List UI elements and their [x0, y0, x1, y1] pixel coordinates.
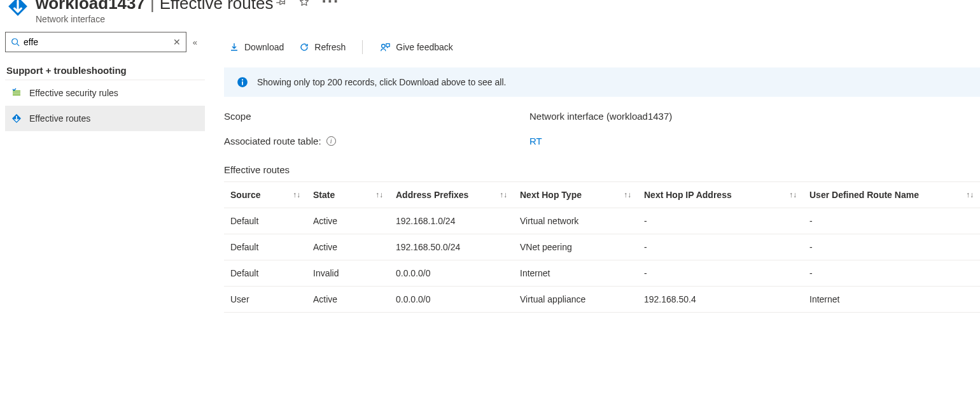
resource-type-icon [6, 0, 29, 18]
refresh-button[interactable]: Refresh [294, 39, 351, 55]
sidebar-item-label: Effective security rules [29, 88, 118, 98]
column-header[interactable]: User Defined Route Name↑↓ [803, 182, 980, 208]
cell-hop_type: VNet peering [514, 234, 638, 260]
route-table-link[interactable]: RT [529, 136, 542, 146]
svg-point-1 [12, 39, 18, 45]
scope-value: Network interface (workload1437) [529, 111, 672, 122]
column-header[interactable]: Address Prefixes↑↓ [389, 182, 514, 208]
sidebar-item-icon [11, 88, 22, 98]
cell-prefixes: 192.168.50.0/24 [389, 234, 514, 260]
info-icon [237, 76, 248, 88]
sidebar: ✕ « Support + troubleshooting Effective … [0, 27, 205, 313]
table-row[interactable]: UserActive0.0.0.0/0Virtual appliance192.… [224, 287, 980, 313]
column-label: Source [230, 190, 260, 200]
cell-prefixes: 192.168.1.0/24 [389, 208, 514, 234]
command-bar: Download Refresh [224, 33, 980, 61]
refresh-icon [299, 42, 309, 52]
column-label: User Defined Route Name [809, 190, 919, 200]
toolbar-separator [362, 40, 363, 54]
cell-state: Active [307, 287, 389, 313]
table-row[interactable]: DefaultInvalid0.0.0.0/0Internet-- [224, 260, 980, 287]
column-header[interactable]: Next Hop IP Address↑↓ [638, 182, 803, 208]
search-icon [11, 38, 20, 46]
column-header[interactable]: State↑↓ [307, 182, 389, 208]
route-table-label: Associated route table: [224, 136, 321, 146]
sort-icon[interactable]: ↑↓ [500, 190, 507, 199]
collapse-sidebar-icon[interactable]: « [190, 38, 200, 47]
sidebar-search-input[interactable] [24, 37, 169, 47]
cell-udr: Internet [803, 287, 980, 313]
sidebar-item-effective-routes[interactable]: Effective routes [5, 106, 205, 131]
scope-row: Scope Network interface (workload1437) [224, 111, 980, 122]
cell-hop_ip: - [638, 208, 803, 234]
download-icon [229, 42, 239, 52]
cell-state: Invalid [307, 260, 389, 287]
clear-search-icon[interactable]: ✕ [173, 37, 181, 47]
info-bar-text: Showing only top 200 records, click Down… [257, 77, 506, 87]
resource-type-label: Network interface [36, 14, 969, 24]
column-header[interactable]: Next Hop Type↑↓ [514, 182, 638, 208]
column-header[interactable]: Source↑↓ [224, 182, 307, 208]
cell-state: Active [307, 234, 389, 260]
column-label: State [313, 190, 335, 200]
routes-table: Source↑↓State↑↓Address Prefixes↑↓Next Ho… [224, 181, 980, 313]
sidebar-item-label: Effective routes [29, 113, 90, 124]
sort-icon[interactable]: ↑↓ [789, 190, 797, 199]
route-table-row: Associated route table: i RT [224, 136, 980, 146]
feedback-button[interactable]: Give feedback [374, 39, 458, 55]
cell-hop_ip: 192.168.50.4 [638, 287, 803, 313]
table-title: Effective routes [224, 146, 980, 181]
cell-hop_type: Virtual appliance [514, 287, 638, 313]
scope-label: Scope [224, 111, 529, 122]
svg-point-6 [242, 79, 243, 80]
column-label: Next Hop Type [520, 190, 582, 200]
info-tooltip-icon[interactable]: i [326, 136, 336, 146]
cell-hop_type: Internet [514, 260, 638, 287]
table-header-row: Source↑↓State↑↓Address Prefixes↑↓Next Ho… [224, 182, 980, 208]
download-label: Download [244, 42, 284, 52]
favorite-icon[interactable] [298, 0, 310, 8]
sort-icon[interactable]: ↑↓ [293, 190, 300, 199]
table-body: DefaultActive192.168.1.0/24Virtual netwo… [224, 208, 980, 313]
blade-name: Effective routes [160, 0, 274, 13]
sort-icon[interactable]: ↑↓ [966, 190, 974, 199]
pin-icon[interactable] [276, 0, 287, 8]
cell-source: User [224, 287, 307, 313]
svg-rect-5 [242, 82, 243, 85]
sidebar-group-header: Support + troubleshooting [5, 52, 205, 80]
more-icon[interactable]: ··· [321, 0, 339, 11]
cell-udr: - [803, 234, 980, 260]
cell-source: Default [224, 260, 307, 287]
column-label: Next Hop IP Address [644, 190, 732, 200]
sort-icon[interactable]: ↑↓ [375, 190, 383, 199]
cell-prefixes: 0.0.0.0/0 [389, 260, 514, 287]
resource-name: workload1437 [36, 0, 145, 13]
sidebar-item-icon [11, 113, 22, 124]
cell-source: Default [224, 234, 307, 260]
feedback-icon [379, 41, 391, 53]
cell-prefixes: 0.0.0.0/0 [389, 287, 514, 313]
page-header: workload1437 | Effective routes ··· [0, 0, 980, 27]
info-bar: Showing only top 200 records, click Down… [224, 67, 980, 97]
cell-hop_type: Virtual network [514, 208, 638, 234]
cell-state: Active [307, 208, 389, 234]
cell-hop_ip: - [638, 260, 803, 287]
refresh-label: Refresh [314, 42, 346, 52]
table-row[interactable]: DefaultActive192.168.50.0/24VNet peering… [224, 234, 980, 260]
download-button[interactable]: Download [224, 39, 289, 55]
sidebar-search[interactable]: ✕ [5, 32, 186, 52]
page-title: workload1437 | Effective routes ··· [36, 0, 969, 13]
feedback-label: Give feedback [396, 42, 453, 52]
cell-udr: - [803, 260, 980, 287]
svg-point-3 [382, 45, 385, 48]
cell-source: Default [224, 208, 307, 234]
cell-udr: - [803, 208, 980, 234]
main-content: Download Refresh [205, 27, 980, 313]
cell-hop_ip: - [638, 234, 803, 260]
table-row[interactable]: DefaultActive192.168.1.0/24Virtual netwo… [224, 208, 980, 234]
column-label: Address Prefixes [396, 190, 468, 200]
sidebar-item-effective-security-rules[interactable]: Effective security rules [5, 80, 205, 106]
sort-icon[interactable]: ↑↓ [624, 190, 631, 199]
